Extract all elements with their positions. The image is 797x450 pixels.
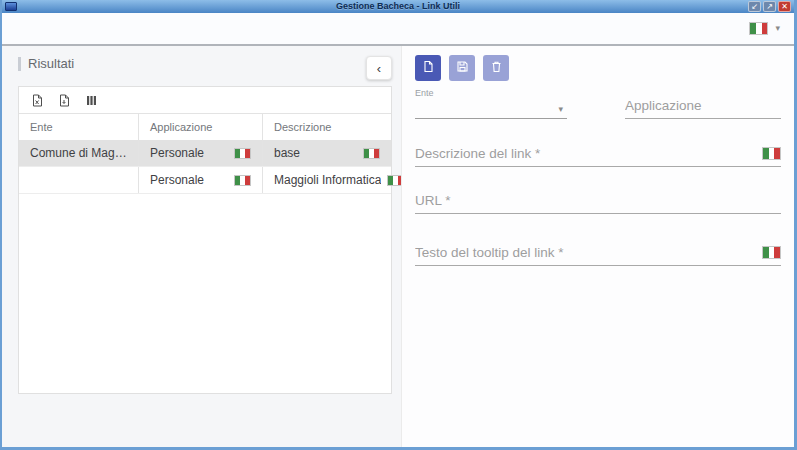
- language-italian-flag-icon[interactable]: [749, 22, 768, 35]
- tooltip-input[interactable]: [415, 245, 754, 260]
- table-row[interactable]: Personale Maggioli Informatica: [19, 167, 391, 194]
- chevron-left-icon: ‹: [377, 61, 381, 76]
- restore-window-icon[interactable]: ↙: [748, 1, 761, 12]
- italian-flag-icon: [234, 175, 251, 186]
- app-icon: [5, 2, 17, 11]
- italian-flag-icon: [762, 147, 781, 160]
- caret-down-icon: ▾: [558, 105, 563, 114]
- italian-flag-icon: [234, 148, 251, 159]
- url-field: [415, 193, 781, 214]
- descrizione-field: [415, 146, 781, 167]
- italian-flag-icon: [363, 148, 380, 159]
- applicazione-select-field[interactable]: ▾: [625, 98, 781, 119]
- table-header-row: Ente Applicazione Descrizione: [19, 113, 391, 140]
- tooltip-field: [415, 245, 781, 266]
- results-panel-title: Risultati: [18, 56, 74, 71]
- cell-applicazione: Personale: [150, 173, 204, 187]
- title-bar: Gestione Bacheca - Link Utili ↙ ↗ ✕: [2, 0, 794, 13]
- form-actions: [415, 55, 781, 81]
- cell-descrizione: base: [274, 146, 300, 160]
- app-window: Gestione Bacheca - Link Utili ↙ ↗ ✕ ▾ Ri…: [0, 0, 797, 450]
- column-header-ente[interactable]: Ente: [19, 114, 139, 140]
- url-input[interactable]: [415, 193, 781, 208]
- ente-select-field[interactable]: Ente ▾: [415, 88, 567, 119]
- save-button[interactable]: [449, 55, 475, 81]
- grid-toolbar: [19, 87, 391, 113]
- new-link-button[interactable]: [415, 55, 441, 81]
- results-panel: Risultati ‹: [2, 46, 401, 447]
- applicazione-input[interactable]: [625, 98, 797, 113]
- ente-label: Ente: [415, 88, 567, 98]
- collapse-panel-button[interactable]: ‹: [366, 56, 392, 80]
- column-header-descrizione[interactable]: Descrizione: [263, 114, 391, 140]
- cell-descrizione: Maggioli Informatica: [274, 173, 381, 187]
- save-floppy-icon: [456, 60, 469, 76]
- choose-columns-icon[interactable]: [85, 94, 98, 107]
- results-table: Ente Applicazione Descrizione Comune di …: [19, 113, 391, 194]
- trash-icon: [490, 60, 503, 76]
- cell-applicazione: Personale: [150, 146, 204, 160]
- export-pdf-icon[interactable]: [58, 94, 71, 107]
- new-document-icon: [422, 60, 435, 76]
- title-accent-bar: [18, 57, 21, 71]
- close-window-icon[interactable]: ✕: [778, 1, 791, 12]
- table-row[interactable]: Comune di Maggioli Infor... Personale ba…: [19, 140, 391, 167]
- cell-ente: Comune di Maggioli Infor...: [30, 146, 127, 160]
- window-title: Gestione Bacheca - Link Utili: [2, 0, 794, 13]
- maximize-window-icon[interactable]: ↗: [763, 1, 776, 12]
- italian-flag-icon: [762, 246, 781, 259]
- results-card: Ente Applicazione Descrizione Comune di …: [18, 86, 392, 394]
- language-caret-down-icon[interactable]: ▾: [775, 24, 780, 33]
- window-controls: ↙ ↗ ✕: [748, 1, 791, 12]
- column-header-applicazione[interactable]: Applicazione: [139, 114, 263, 140]
- export-excel-icon[interactable]: [31, 94, 44, 107]
- delete-button[interactable]: [483, 55, 509, 81]
- descrizione-input[interactable]: [415, 146, 754, 161]
- top-toolbar: ▾: [2, 13, 794, 46]
- link-form: Ente ▾ ▾: [415, 88, 781, 266]
- link-form-panel: Ente ▾ ▾: [401, 46, 794, 447]
